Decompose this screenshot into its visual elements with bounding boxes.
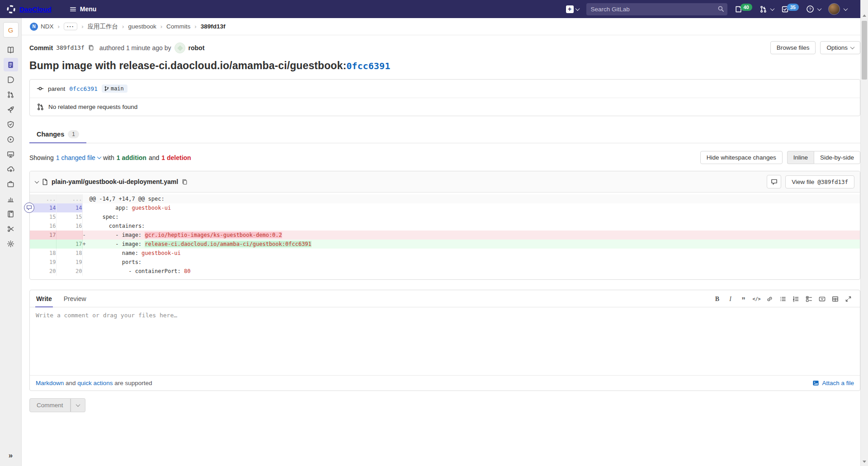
scrollbar-down-arrow[interactable] [861, 458, 868, 465]
sidebar-item-analytics[interactable] [4, 192, 18, 206]
sidebar-item-wiki[interactable] [4, 207, 18, 221]
inline-view-button[interactable]: Inline [787, 151, 814, 164]
tab-write[interactable]: Write [35, 290, 53, 307]
breadcrumb-group-link[interactable]: N NDX [30, 23, 54, 31]
table-button[interactable] [829, 293, 841, 305]
browse-files-button[interactable]: Browse files [770, 41, 816, 54]
breadcrumb-workspace-link[interactable]: 应用工作台 [88, 23, 118, 31]
project-avatar[interactable]: G [3, 22, 19, 38]
italic-button[interactable]: I [724, 293, 736, 305]
bullet-list-button[interactable] [777, 293, 789, 305]
scrollbar-thumb[interactable] [862, 21, 867, 80]
tab-preview[interactable]: Preview [63, 290, 87, 307]
sidebar-item-security-compliance[interactable] [4, 118, 18, 131]
side-by-side-view-button[interactable]: Side-by-side [814, 151, 860, 164]
old-line-number[interactable]: 14 [30, 203, 56, 212]
old-line-number[interactable] [30, 240, 56, 249]
breadcrumb-project-link[interactable]: guestbook [128, 23, 156, 30]
fullscreen-button[interactable] [842, 293, 854, 305]
new-line-number[interactable]: 16 [56, 221, 82, 231]
new-line-number[interactable]: 14 [56, 203, 82, 212]
bold-button[interactable]: B [711, 293, 723, 305]
collapse-file-button[interactable] [35, 180, 38, 184]
quote-icon: ” [741, 297, 745, 301]
sidebar-item-snippets[interactable] [4, 222, 18, 235]
authored-text: authored 1 minute ago by [99, 44, 171, 52]
merge-request-icon [37, 103, 44, 111]
tab-changes[interactable]: Changes 1 [29, 125, 86, 143]
todos-button[interactable]: 35 [781, 5, 799, 13]
new-line-number[interactable]: 20 [56, 267, 82, 276]
quote-button[interactable]: ” [737, 293, 750, 305]
deletions-count: 1 deletion [161, 154, 191, 161]
author-name[interactable]: robot [189, 44, 205, 52]
comment-options-caret[interactable] [71, 398, 85, 412]
old-line-number[interactable]: 19 [30, 258, 56, 267]
attach-file-button[interactable]: Attach a file [812, 380, 854, 386]
merge-requests-menu-button[interactable] [760, 5, 774, 13]
monitor-icon [7, 151, 14, 158]
double-chevron-right-icon: » [9, 451, 13, 460]
numbered-list-button[interactable] [790, 293, 802, 305]
old-line-number[interactable]: 15 [30, 212, 56, 221]
search-input[interactable] [586, 3, 727, 15]
options-dropdown-button[interactable]: Options [820, 41, 860, 54]
sidebar-item-deployments[interactable] [4, 162, 18, 176]
comment-button[interactable]: Comment [29, 398, 71, 412]
sidebar-item-project-overview[interactable] [4, 43, 18, 56]
sidebar-item-repository[interactable] [4, 58, 18, 71]
chevron-down-icon [575, 6, 580, 11]
new-line-number[interactable]: 18 [56, 249, 82, 258]
markdown-help-link[interactable]: Markdown [36, 380, 64, 386]
help-menu-button[interactable]: ? [806, 5, 821, 13]
fullscreen-icon [845, 296, 852, 302]
comment-textarea[interactable] [30, 307, 860, 375]
sidebar-item-packages-registries[interactable] [4, 177, 18, 191]
code-button[interactable]: </> [750, 293, 763, 305]
sidebar-item-monitor[interactable] [4, 147, 18, 161]
collapsible-section-button[interactable] [816, 293, 828, 305]
old-line-number[interactable]: 17 [30, 231, 56, 240]
diff-line: ......@@ -14,7 +14,7 @@ spec: [30, 194, 860, 203]
sidebar-item-ci-cd[interactable] [4, 103, 18, 116]
copy-sha-button[interactable] [88, 44, 94, 51]
breadcrumb-ellipsis-button[interactable]: ··· [64, 23, 77, 30]
user-menu-button[interactable] [828, 3, 847, 15]
file-name-link[interactable]: plain-yaml/guestbook-ui-deployment.yaml [52, 178, 178, 185]
view-file-button[interactable]: View file @389fd13f [785, 175, 854, 188]
plus-icon: + [566, 5, 574, 13]
daocloud-logo-link[interactable]: DaoCloud [6, 5, 52, 14]
changed-files-dropdown[interactable]: 1 changed file [56, 154, 101, 161]
scrollbar-up-arrow[interactable] [861, 12, 868, 19]
new-menu-button[interactable]: + [566, 5, 579, 13]
quick-actions-help-link[interactable]: quick actions [77, 380, 113, 386]
diff-file-header: plain-yaml/guestbook-ui-deployment.yaml [30, 171, 860, 193]
old-line-number[interactable]: 20 [30, 267, 56, 276]
add-comment-indicator[interactable] [24, 202, 34, 213]
new-line-number[interactable] [56, 231, 82, 240]
new-line-number[interactable]: 15 [56, 212, 82, 221]
author-avatar[interactable] [175, 42, 185, 53]
comment-submit-group: Comment [29, 398, 85, 412]
branch-badge[interactable]: main [102, 85, 127, 93]
link-button[interactable] [764, 293, 776, 305]
sidebar-item-operations[interactable] [4, 132, 18, 146]
breadcrumb-commits-link[interactable]: Commits [166, 23, 190, 30]
new-line-number[interactable]: 19 [56, 258, 82, 267]
task-list-button[interactable] [803, 293, 815, 305]
sidebar-expand-button[interactable]: » [0, 449, 21, 462]
old-line-number[interactable]: 16 [30, 221, 56, 231]
toggle-comments-button[interactable] [767, 175, 781, 188]
menu-button[interactable]: Menu [70, 5, 97, 13]
sidebar-item-issues[interactable] [4, 73, 18, 86]
copy-file-path-button[interactable] [181, 179, 188, 185]
bold-icon: B [715, 296, 719, 303]
old-line-number[interactable]: 18 [30, 249, 56, 258]
sidebar-item-settings[interactable] [4, 237, 18, 250]
hide-whitespace-button[interactable]: Hide whitespace changes [700, 151, 783, 164]
window-scrollbar[interactable] [860, 0, 868, 466]
parent-sha-link[interactable]: 0fcc6391 [69, 85, 98, 92]
new-line-number[interactable]: 17 [56, 240, 82, 249]
sidebar-item-merge-requests[interactable] [4, 88, 18, 101]
issues-dashboard-button[interactable]: 40 [735, 5, 752, 13]
